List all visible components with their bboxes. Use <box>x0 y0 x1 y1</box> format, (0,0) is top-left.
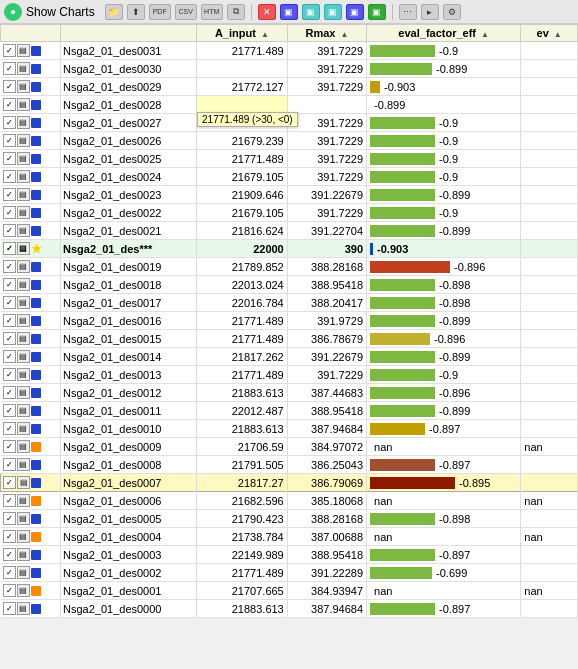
row-checkbox[interactable]: ✓ <box>3 512 16 525</box>
cell-name[interactable]: Nsga2_01_des0014 <box>61 348 197 366</box>
cell-name[interactable]: Nsga2_01_des0025 <box>61 150 197 168</box>
cell-name[interactable]: Nsga2_01_des0028 <box>61 96 197 114</box>
row-icon2[interactable]: ▤ <box>17 602 30 615</box>
row-checkbox[interactable]: ✓ <box>3 206 16 219</box>
row-icon2[interactable]: ▤ <box>17 134 30 147</box>
folder-btn[interactable]: 📁 <box>105 4 123 20</box>
row-checkbox[interactable]: ✓ <box>3 584 16 597</box>
row-icon2[interactable]: ▤ <box>17 98 30 111</box>
row-icon2[interactable]: ▤ <box>17 566 30 579</box>
row-icon2[interactable]: ▤ <box>17 404 30 417</box>
row-icon2[interactable]: ▤ <box>17 386 30 399</box>
row-checkbox[interactable]: ✓ <box>3 368 16 381</box>
row-icon2[interactable]: ▤ <box>17 242 30 255</box>
row-icon2[interactable]: ▤ <box>17 314 30 327</box>
row-checkbox[interactable]: ✓ <box>3 134 16 147</box>
cell-name[interactable]: Nsga2_01_des0024 <box>61 168 197 186</box>
cell-name[interactable]: Nsga2_01_des0009 <box>61 438 197 456</box>
blue-btn1[interactable]: ▣ <box>280 4 298 20</box>
cell-name[interactable]: Nsga2_01_des0027 <box>61 114 197 132</box>
cell-name[interactable]: Nsga2_01_des0015 <box>61 330 197 348</box>
cell-name[interactable]: Nsga2_01_des0007 <box>61 474 197 492</box>
row-checkbox[interactable]: ✓ <box>3 404 16 417</box>
col-header-ev[interactable]: ev ▲ <box>521 25 578 42</box>
row-checkbox[interactable]: ✓ <box>3 80 16 93</box>
row-checkbox[interactable]: ✓ <box>3 458 16 471</box>
row-icon2[interactable]: ▤ <box>17 584 30 597</box>
row-checkbox[interactable]: ✓ <box>3 116 16 129</box>
cell-name[interactable]: Nsga2_01_des0013 <box>61 366 197 384</box>
row-icon2[interactable]: ▤ <box>17 494 30 507</box>
cell-name[interactable]: Nsga2_01_des0012 <box>61 384 197 402</box>
row-icon2[interactable]: ▤ <box>17 530 30 543</box>
more-btn1[interactable]: ⋯ <box>399 4 417 20</box>
col-header-a-input[interactable]: A_input ▲ <box>197 25 288 42</box>
more-btn2[interactable]: ▸ <box>421 4 439 20</box>
row-icon2[interactable]: ▤ <box>17 458 30 471</box>
cell-name[interactable]: Nsga2_01_des0000 <box>61 600 197 618</box>
row-icon2[interactable]: ▤ <box>17 170 30 183</box>
row-icon2[interactable]: ▤ <box>17 332 30 345</box>
col-header-eval[interactable]: eval_factor_eff ▲ <box>367 25 521 42</box>
cell-name[interactable]: Nsga2_01_des0003 <box>61 546 197 564</box>
row-icon2[interactable]: ▤ <box>17 206 30 219</box>
cell-name[interactable]: Nsga2_01_des0031 <box>61 42 197 60</box>
csv-btn[interactable]: CSV <box>175 4 197 20</box>
row-checkbox[interactable]: ✓ <box>3 602 16 615</box>
row-checkbox[interactable]: ✓ <box>3 278 16 291</box>
col-header-rmax[interactable]: Rmax ▲ <box>287 25 366 42</box>
row-checkbox[interactable]: ✓ <box>3 224 16 237</box>
row-checkbox[interactable]: ✓ <box>3 188 16 201</box>
cell-name[interactable]: Nsga2_01_des0026 <box>61 132 197 150</box>
cell-name[interactable]: Nsga2_01_des0008 <box>61 456 197 474</box>
export-btn[interactable]: ⬆ <box>127 4 145 20</box>
cell-name[interactable]: Nsga2_01_des0011 <box>61 402 197 420</box>
row-checkbox[interactable]: ✓ <box>3 44 16 57</box>
row-icon2[interactable]: ▤ <box>17 116 30 129</box>
row-checkbox[interactable]: ✓ <box>3 350 16 363</box>
row-checkbox[interactable]: ✓ <box>3 530 16 543</box>
cell-name[interactable]: Nsga2_01_des0018 <box>61 276 197 294</box>
row-icon2[interactable]: ▤ <box>17 296 30 309</box>
row-checkbox[interactable]: ✓ <box>3 296 16 309</box>
row-checkbox[interactable]: ✓ <box>3 62 16 75</box>
cell-name[interactable]: Nsga2_01_des0010 <box>61 420 197 438</box>
teal-btn1[interactable]: ▣ <box>302 4 320 20</box>
row-icon2[interactable]: ▤ <box>17 350 30 363</box>
cell-name[interactable]: Nsga2_01_des0029 <box>61 78 197 96</box>
blue-btn2[interactable]: ▣ <box>346 4 364 20</box>
row-icon2[interactable]: ▤ <box>17 62 30 75</box>
row-checkbox[interactable]: ✓ <box>3 332 16 345</box>
cell-name[interactable]: Nsga2_01_des0006 <box>61 492 197 510</box>
row-checkbox[interactable]: ✓ <box>3 242 16 255</box>
row-icon2[interactable]: ▤ <box>17 512 30 525</box>
col-header-name[interactable] <box>61 25 197 42</box>
row-checkbox[interactable]: ✓ <box>3 386 16 399</box>
row-icon2[interactable]: ▤ <box>17 368 30 381</box>
row-checkbox[interactable]: ✓ <box>3 314 16 327</box>
settings-btn[interactable]: ⚙ <box>443 4 461 20</box>
row-icon2[interactable]: ▤ <box>17 188 30 201</box>
row-checkbox[interactable]: ✓ <box>3 476 16 489</box>
row-icon2[interactable]: ▤ <box>17 440 30 453</box>
row-icon2[interactable]: ▤ <box>17 422 30 435</box>
row-checkbox[interactable]: ✓ <box>3 170 16 183</box>
copy-btn[interactable]: ⧉ <box>227 4 245 20</box>
row-icon2[interactable]: ▤ <box>17 278 30 291</box>
cell-name[interactable]: Nsga2_01_des0030 <box>61 60 197 78</box>
green-btn[interactable]: ▣ <box>368 4 386 20</box>
row-checkbox[interactable]: ✓ <box>3 494 16 507</box>
row-icon2[interactable]: ▤ <box>17 152 30 165</box>
htm-btn[interactable]: HTM <box>201 4 223 20</box>
row-checkbox[interactable]: ✓ <box>3 98 16 111</box>
cell-name[interactable]: Nsga2_01_des0019 <box>61 258 197 276</box>
cell-name[interactable]: Nsga2_01_des0004 <box>61 528 197 546</box>
cell-name[interactable]: Nsga2_01_des0001 <box>61 582 197 600</box>
row-icon2[interactable]: ▤ <box>17 80 30 93</box>
row-checkbox[interactable]: ✓ <box>3 440 16 453</box>
cell-name[interactable]: Nsga2_01_des0021 <box>61 222 197 240</box>
row-checkbox[interactable]: ✓ <box>3 152 16 165</box>
cell-name[interactable]: Nsga2_01_des0016 <box>61 312 197 330</box>
teal-btn2[interactable]: ▣ <box>324 4 342 20</box>
row-checkbox[interactable]: ✓ <box>3 566 16 579</box>
